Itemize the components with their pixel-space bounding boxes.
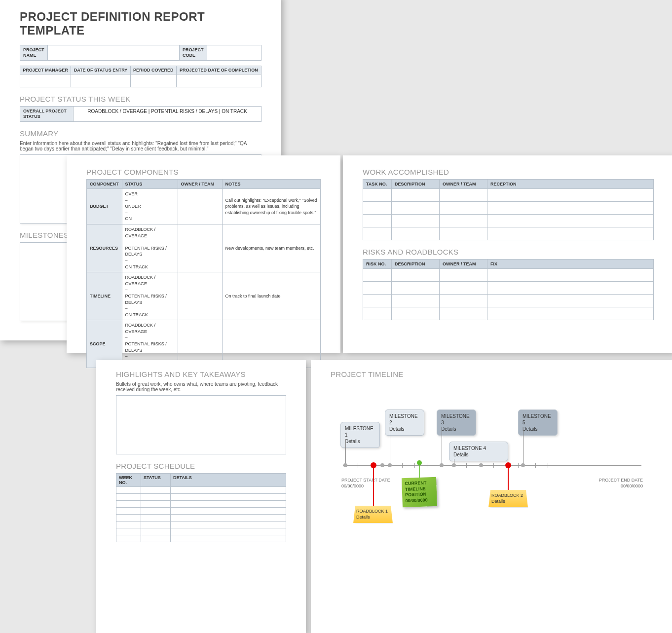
risk-header: DESCRIPTION [392,260,440,269]
milestone-1-box: MILESTONE 1 Details [340,422,380,448]
project-meta-table: PROJECT MANAGER DATE OF STATUS ENTRY PER… [20,66,261,88]
work-table: TASK NO. DESCRIPTION OWNER / TEAM RECEPT… [363,179,654,240]
meta-header: PROJECT MANAGER [20,66,71,74]
cell[interactable] [171,535,286,542]
cell[interactable] [116,528,141,535]
cell[interactable] [440,269,487,282]
cell[interactable] [116,501,141,508]
comp-status[interactable]: OVER – UNDER – ON [122,189,178,224]
status-section-heading: PROJECT STATUS THIS WEEK [20,95,261,103]
cell[interactable] [487,189,654,202]
cell[interactable] [171,528,286,535]
cell[interactable] [141,508,171,515]
cell[interactable] [116,515,141,521]
cell[interactable] [363,269,392,282]
meta-cell[interactable] [176,74,261,87]
cell[interactable] [363,202,392,215]
project-name-value[interactable] [48,45,180,61]
highlights-box[interactable] [116,395,286,454]
cell[interactable] [487,295,654,307]
comp-status[interactable]: ROADBLOCK / OVERAGE – POTENTIAL RISKS / … [122,272,178,320]
tick [493,463,494,468]
cell[interactable] [141,494,171,501]
cell[interactable] [171,487,286,494]
tick [521,463,525,467]
meta-header: PROJECTED DATE OF COMPLETION [176,66,261,74]
meta-cell[interactable] [130,74,176,87]
cell[interactable] [440,282,487,295]
sched-header: WEEK NO. [116,474,141,487]
cell[interactable] [171,515,286,521]
cell[interactable] [392,295,440,307]
comp-name: TIMELINE [87,272,122,320]
project-code-value[interactable] [207,45,261,61]
cell[interactable] [440,295,487,307]
comp-notes[interactable]: Call out highlights: "Exceptional work,"… [222,189,321,224]
milestone-5-connector [523,427,523,465]
cell[interactable] [363,295,392,307]
cell[interactable] [487,215,654,227]
cell[interactable] [487,269,654,282]
cell[interactable] [363,227,392,240]
cell[interactable] [171,494,286,501]
cell[interactable] [392,189,440,202]
cell[interactable] [116,508,141,515]
cell[interactable] [440,227,487,240]
comp-owner[interactable] [178,224,222,272]
cell[interactable] [487,202,654,215]
cell[interactable] [363,307,392,320]
comp-status[interactable]: ROADBLOCK / OVERAGE – POTENTIAL RISKS / … [122,224,178,272]
overall-status-options[interactable]: ROADBLOCK / OVERAGE | POTENTIAL RISKS / … [74,107,261,122]
work-header: RECEPTION [487,180,654,189]
cell[interactable] [141,501,171,508]
work-header: DESCRIPTION [392,180,440,189]
cell[interactable] [363,189,392,202]
cell[interactable] [141,528,171,535]
cell[interactable] [116,535,141,542]
milestone-5-box: MILESTONE 5 Details [518,410,558,436]
cell[interactable] [392,269,440,282]
tick [402,463,403,468]
comp-name: BUDGET [87,189,122,224]
milestone-3-connector [442,427,442,465]
cell[interactable] [440,215,487,227]
page-5: PROJECT TIMELINE MILESTONE 1 Details MIL… [311,360,672,633]
risk-header: OWNER / TEAM [440,260,487,269]
cell[interactable] [171,521,286,528]
cell[interactable] [392,202,440,215]
cell[interactable] [171,508,286,515]
cell[interactable] [116,494,141,501]
cell[interactable] [141,521,171,528]
cell[interactable] [363,282,392,295]
cell[interactable] [440,202,487,215]
cell[interactable] [392,282,440,295]
cell[interactable] [487,307,654,320]
cell[interactable] [392,307,440,320]
comp-notes[interactable]: On track to final launch date [222,272,321,320]
cell[interactable] [392,227,440,240]
work-heading: WORK ACCOMPLISHED [363,168,654,176]
project-code-label: PROJECT CODE [180,45,207,61]
cell[interactable] [440,189,487,202]
meta-cell[interactable] [71,74,131,87]
cell[interactable] [363,215,392,227]
cell[interactable] [487,282,654,295]
cell[interactable] [116,521,141,528]
comp-notes[interactable]: New developments, new team members, etc. [222,224,321,272]
cell[interactable] [440,307,487,320]
cell[interactable] [141,515,171,521]
overall-status-label: OVERALL PROJECT STATUS [20,107,74,122]
cell[interactable] [392,215,440,227]
milestone-4-box: MILESTONE 4 Details [449,442,508,461]
overall-status-table: OVERALL PROJECT STATUS ROADBLOCK / OVERA… [20,106,261,122]
cell[interactable] [171,501,286,508]
cell[interactable] [487,227,654,240]
comp-owner[interactable] [178,189,222,224]
cell[interactable] [116,487,141,494]
meta-cell[interactable] [20,74,71,87]
cell[interactable] [141,535,171,542]
highlights-subtext: Bullets of great work, who owns what, wh… [116,381,286,392]
cell[interactable] [141,487,171,494]
components-heading: PROJECT COMPONENTS [86,168,321,176]
comp-owner[interactable] [178,272,222,320]
